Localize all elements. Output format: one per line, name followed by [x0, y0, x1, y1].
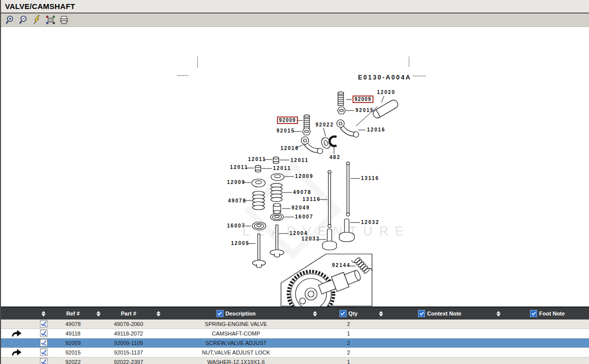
table-row-selected[interactable]: 92009 92009-1109 SCREW,VALVE ADJUST 2 [1, 338, 589, 348]
part-label[interactable]: 12032 [361, 220, 380, 226]
note-icon[interactable] [40, 339, 48, 348]
sort-icon[interactable] [42, 311, 46, 316]
part-label[interactable]: 12009 [227, 180, 246, 186]
table-row[interactable]: 49118 49118-2072 CAMSHAFT-COMP 1 [1, 328, 589, 338]
part-label[interactable]: 13116 [302, 196, 320, 202]
part-label[interactable]: 13116 [361, 176, 379, 182]
cell-part: 49078-2060 [106, 320, 151, 328]
part-label[interactable]: 16007 [227, 223, 246, 229]
flash-icon[interactable] [32, 15, 42, 26]
part-screw-92009-left[interactable] [304, 115, 310, 128]
part-label[interactable]: 12020 [377, 90, 396, 96]
column-header-part[interactable]: Part # [106, 308, 151, 320]
cell-ref: 49118 [55, 329, 91, 338]
part-cap-92049[interactable] [274, 204, 281, 214]
part-clip-482[interactable] [330, 136, 336, 146]
sort-icon[interactable] [379, 311, 383, 316]
part-label[interactable]: 482 [330, 154, 340, 160]
qty-checkbox[interactable] [340, 310, 346, 317]
part-label[interactable]: 92015 [356, 108, 374, 114]
cell-qty: 2 [324, 338, 374, 348]
part-label[interactable]: 49078 [228, 198, 246, 204]
part-label[interactable]: 92049 [292, 205, 310, 211]
column-header-ref[interactable]: Ref # [55, 308, 91, 320]
cell-part: 49118-2072 [106, 329, 151, 338]
part-retainer-12009-right[interactable] [271, 174, 284, 180]
context-note-checkbox[interactable] [418, 310, 425, 317]
parts-diagram[interactable] [1, 0, 589, 306]
foot-note-checkbox[interactable] [530, 310, 537, 317]
zoom-out-icon[interactable] [18, 15, 28, 26]
part-seat-16007-left[interactable] [252, 222, 266, 230]
part-label[interactable]: 12005 [231, 240, 250, 246]
sort-icon[interactable] [96, 311, 100, 316]
description-checkbox[interactable] [216, 310, 224, 317]
part-shaft-12020[interactable] [372, 98, 399, 120]
part-label[interactable]: 12011 [230, 164, 248, 170]
part-label[interactable]: 12032 [302, 236, 320, 242]
cell-context-note [388, 358, 491, 364]
parts-catalog-window: VALVE/CAMSHAFT [0, 0, 589, 364]
part-pushrod-13116-center[interactable] [328, 170, 331, 228]
cell-context-note [388, 338, 491, 348]
parts-table-header: Ref # Part # Description Qty [1, 306, 589, 320]
column-header-foot-note[interactable]: Foot Note [506, 308, 589, 320]
part-spring-49078-left[interactable] [252, 192, 264, 210]
part-nut-92015-top[interactable] [338, 107, 346, 114]
cell-description: SCREW,VALVE ADJUST [166, 338, 306, 348]
part-label[interactable]: 12016 [280, 146, 299, 152]
part-label[interactable]: 92015 [276, 128, 295, 134]
cell-description: CAMSHAFT-COMP [166, 329, 306, 338]
part-label[interactable]: 12011 [290, 158, 308, 164]
table-row[interactable]: 49078 49078-2060 SPRING-ENGINE VALVE 2 [1, 320, 589, 328]
part-label[interactable]: 92022 [316, 122, 334, 128]
part-camshaft-49118[interactable] [288, 267, 362, 306]
print-icon[interactable] [58, 15, 69, 26]
part-screw-92009-top[interactable] [338, 92, 344, 106]
part-label[interactable]: 12011 [273, 166, 291, 172]
cell-qty: 1 [324, 329, 374, 338]
cell-qty: 2 [324, 348, 374, 357]
jump-arrow-icon[interactable] [10, 348, 22, 357]
cell-context-note [388, 348, 491, 357]
zoom-in-icon[interactable] [4, 15, 15, 26]
part-label[interactable]: 16007 [295, 214, 314, 220]
part-retainer-12009-left[interactable] [252, 179, 266, 187]
part-rocker-12016-left[interactable] [302, 137, 323, 154]
column-header-qty[interactable]: Qty [324, 308, 374, 320]
part-pushrod-13116-right[interactable] [346, 162, 350, 216]
jump-arrow-icon[interactable] [10, 330, 22, 338]
part-spring-49078-right[interactable] [271, 184, 282, 202]
part-keeper-12011-right[interactable] [274, 157, 279, 164]
part-seat-16007-right[interactable] [270, 214, 284, 221]
cell-foot-note [506, 358, 589, 364]
table-row[interactable]: 92022 92022-2397 WASHER-12.1X19X1.6 1 [1, 357, 589, 364]
part-keeper-12011-left[interactable] [256, 166, 261, 172]
table-row[interactable]: 92015 92015-1137 NUT,VALVE ADJUST LOCK 2 [1, 348, 589, 357]
part-valve-12005[interactable] [252, 234, 266, 268]
sort-icon[interactable] [156, 311, 160, 316]
sort-icon[interactable] [496, 311, 500, 316]
note-icon[interactable] [40, 330, 48, 338]
note-icon[interactable] [40, 358, 48, 364]
part-rocker-12016-right[interactable] [337, 120, 359, 138]
note-icon[interactable] [40, 348, 48, 357]
cell-part: 92015-1137 [106, 348, 151, 357]
part-valve-12004[interactable] [270, 225, 284, 257]
part-nut-92015-left[interactable] [302, 128, 310, 135]
note-icon[interactable] [40, 320, 48, 328]
cell-description: SPRING-ENGINE VALVE [166, 320, 306, 328]
parts-table: Ref # Part # Description Qty [1, 306, 589, 364]
column-header-context-note[interactable]: Context Note [388, 308, 491, 320]
column-header-description[interactable]: Description [166, 308, 306, 320]
part-label[interactable]: 49078 [293, 190, 312, 196]
part-label-highlighted[interactable]: 92009 [277, 116, 298, 124]
part-label[interactable]: 12011 [248, 156, 266, 162]
part-label[interactable]: 92144 [332, 262, 350, 268]
sort-icon[interactable] [313, 311, 317, 316]
part-label[interactable]: 12016 [367, 127, 386, 133]
cell-qty: 1 [324, 358, 374, 364]
part-label-highlighted[interactable]: 92009 [352, 96, 374, 103]
part-select-icon[interactable] [45, 15, 56, 26]
part-label[interactable]: 12009 [295, 174, 314, 180]
